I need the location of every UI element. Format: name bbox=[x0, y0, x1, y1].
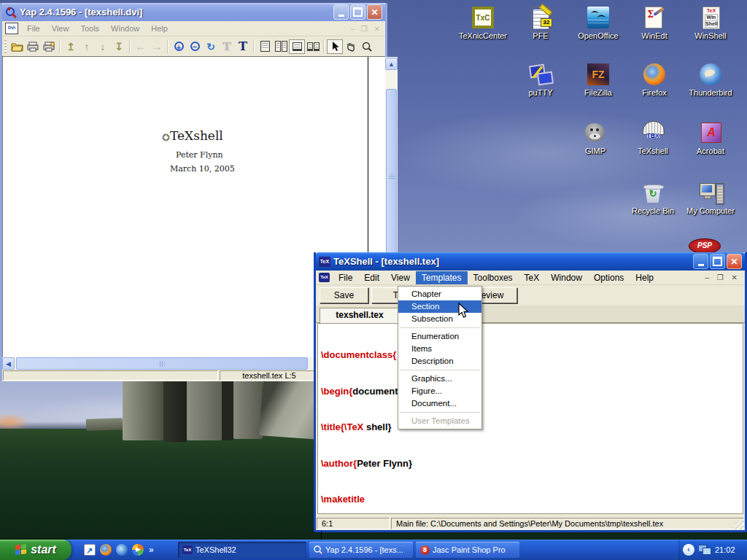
winedt-icon: Σ bbox=[643, 6, 666, 29]
horizontal-scroll-thumb[interactable] bbox=[16, 357, 308, 370]
text-caret bbox=[321, 531, 322, 540]
refresh-icon[interactable]: ↻ bbox=[203, 39, 219, 54]
desktop-icon-texniccenter[interactable]: TxC TeXnicCenter bbox=[455, 6, 511, 40]
taskbar-button-texshell32[interactable]: TeX TeXShell32 bbox=[178, 542, 306, 558]
start-button[interactable]: start bbox=[0, 540, 71, 560]
yap-status-file: texshell.tex L:5 bbox=[220, 370, 319, 381]
menu-view[interactable]: View bbox=[385, 271, 416, 284]
text-outline-icon[interactable]: T bbox=[219, 39, 235, 54]
zoom-out-icon[interactable]: − bbox=[187, 39, 203, 54]
page-width-icon[interactable] bbox=[289, 39, 305, 54]
zoom-in-icon[interactable]: + bbox=[171, 39, 187, 54]
toolbar-grip[interactable] bbox=[4, 40, 7, 53]
hand-tool-icon[interactable] bbox=[343, 39, 359, 54]
recycle-bin-icon: ↻ bbox=[641, 181, 665, 204]
yap-close-button[interactable]: ✕ bbox=[367, 4, 382, 20]
texshell-editor[interactable]: \documentclass{ \begin{document} \title{… bbox=[317, 323, 743, 514]
vertical-scroll-thumb[interactable] bbox=[386, 89, 397, 264]
yap-menu-tools[interactable]: Tools bbox=[74, 23, 105, 34]
yap-menu-view[interactable]: View bbox=[46, 23, 75, 34]
desktop-icon-pfe[interactable]: 32 PFE bbox=[513, 6, 568, 40]
menu-tex[interactable]: TeX bbox=[519, 271, 546, 284]
quick-launch-overflow[interactable]: » bbox=[149, 545, 154, 555]
yap-titlebar[interactable]: Yap 2.4.1596 - [texshell.dvi] ✕ bbox=[2, 3, 385, 21]
yap-menu-file[interactable]: File bbox=[21, 23, 46, 34]
double-page-width-icon[interactable] bbox=[305, 39, 321, 54]
media-player-icon[interactable]: ▶ bbox=[131, 543, 144, 556]
launch-browser-icon[interactable]: ↗ bbox=[83, 543, 96, 556]
desktop-icon-acrobat[interactable]: A Acrobat bbox=[683, 121, 738, 155]
menu-item-figure[interactable]: Figure... bbox=[398, 385, 481, 397]
desktop-icon-firefox[interactable]: Firefox bbox=[627, 63, 682, 97]
yap-mdi-buttons[interactable]: – ❐ ✕ bbox=[351, 25, 382, 33]
code-line: \documentclass{ bbox=[321, 349, 743, 362]
texshell-mdi-buttons[interactable]: – ❐ ✕ bbox=[705, 273, 740, 281]
yap-menu-help[interactable]: Help bbox=[145, 23, 174, 34]
first-page-icon[interactable]: ↥ bbox=[63, 39, 79, 54]
next-page-icon[interactable]: ↓ bbox=[95, 39, 111, 54]
menu-options[interactable]: Options bbox=[588, 271, 630, 284]
scroll-left-button[interactable]: ◀ bbox=[2, 357, 15, 370]
desktop-icon-openoffice[interactable]: OpenOffice bbox=[570, 6, 626, 40]
menu-file[interactable]: File bbox=[333, 271, 358, 284]
tab-texshell-tex[interactable]: texshell.tex bbox=[320, 308, 400, 323]
prev-page-icon[interactable]: ↑ bbox=[79, 39, 95, 54]
desktop-icon-winshell[interactable]: TeX Win Shell WinShell bbox=[683, 6, 738, 40]
taskbar-button-paintshoppro[interactable]: 8 Jasc Paint Shop Pro bbox=[416, 542, 519, 558]
filezilla-icon: FZ bbox=[587, 63, 610, 86]
desktop-icon-recyclebin[interactable]: ↻ Recycle Bin bbox=[625, 181, 681, 215]
text-render-icon[interactable]: T bbox=[235, 39, 251, 54]
my-computer-icon bbox=[699, 181, 722, 204]
desktop-icon-winedt[interactable]: Σ WinEdt bbox=[627, 6, 682, 40]
texshell-close-button[interactable]: ✕ bbox=[727, 254, 742, 269]
menu-item-document[interactable]: Document... bbox=[398, 397, 481, 410]
thunderbird-icon[interactable] bbox=[115, 543, 128, 556]
network-icon[interactable] bbox=[698, 545, 711, 555]
resize-grip[interactable] bbox=[735, 521, 744, 529]
tray-collapse-icon[interactable]: ‹ bbox=[683, 544, 694, 556]
menu-item-graphics[interactable]: Graphics... bbox=[398, 373, 481, 385]
putty-icon bbox=[529, 63, 552, 86]
menu-item-chapter[interactable]: Chapter bbox=[398, 288, 481, 300]
desktop-icon-putty[interactable]: puTTY bbox=[513, 63, 568, 97]
scroll-up-button[interactable]: ▲ bbox=[385, 58, 398, 70]
yap-task-icon bbox=[314, 545, 322, 554]
desktop-icon-texshell[interactable]: TEX TeXshell bbox=[625, 121, 681, 155]
magnifier-icon[interactable] bbox=[359, 39, 375, 54]
forward-icon[interactable]: → bbox=[149, 39, 165, 54]
menu-edit[interactable]: Edit bbox=[358, 271, 385, 284]
texshell-document-icon: TeX bbox=[319, 273, 330, 282]
openoffice-icon bbox=[587, 6, 610, 29]
yap-maximize-button[interactable] bbox=[350, 4, 365, 20]
double-page-icon[interactable] bbox=[273, 39, 289, 54]
last-page-icon[interactable]: ↧ bbox=[111, 39, 127, 54]
menu-help[interactable]: Help bbox=[630, 271, 659, 284]
menu-toolboxes[interactable]: Toolboxes bbox=[468, 271, 519, 284]
save-button[interactable]: Save bbox=[320, 287, 368, 303]
menu-templates[interactable]: Templates bbox=[416, 271, 468, 284]
code-line: \maketitle bbox=[321, 494, 743, 506]
taskbar-button-yap[interactable]: Yap 2.4.1596 - [texs... bbox=[309, 542, 413, 558]
texshell-maximize-button[interactable] bbox=[710, 254, 725, 269]
print-page-icon[interactable] bbox=[41, 39, 57, 54]
select-arrow-icon[interactable] bbox=[327, 39, 343, 54]
menu-window[interactable]: Window bbox=[545, 271, 588, 284]
desktop-icon-thunderbird[interactable]: Thunderbird bbox=[683, 63, 738, 97]
texshell-minimize-button[interactable] bbox=[693, 254, 708, 269]
open-folder-icon[interactable] bbox=[9, 39, 25, 54]
menu-item-items[interactable]: Items bbox=[398, 343, 481, 355]
yap-minimize-button[interactable] bbox=[333, 4, 349, 20]
menu-item-description[interactable]: Description bbox=[398, 355, 481, 368]
single-page-icon[interactable] bbox=[257, 39, 273, 54]
desktop-icon-gimp[interactable]: GIMP bbox=[568, 121, 623, 155]
menu-item-enumeration[interactable]: Enumeration bbox=[398, 330, 481, 343]
print-icon[interactable] bbox=[25, 39, 41, 54]
desktop-icon-mycomputer[interactable]: My Computer bbox=[683, 181, 738, 215]
desktop-icon-filezilla[interactable]: FZ FileZilla bbox=[570, 63, 626, 97]
texshell-titlebar[interactable]: TeX TeXShell - [texshell.tex] ✕ bbox=[316, 252, 745, 271]
yap-menu-window[interactable]: Window bbox=[105, 23, 145, 34]
firefox-icon bbox=[643, 63, 666, 86]
back-icon[interactable]: ← bbox=[133, 39, 149, 54]
firefox-icon[interactable] bbox=[99, 543, 112, 556]
desktop-icon-paintshoppro[interactable]: PSP bbox=[689, 238, 721, 254]
